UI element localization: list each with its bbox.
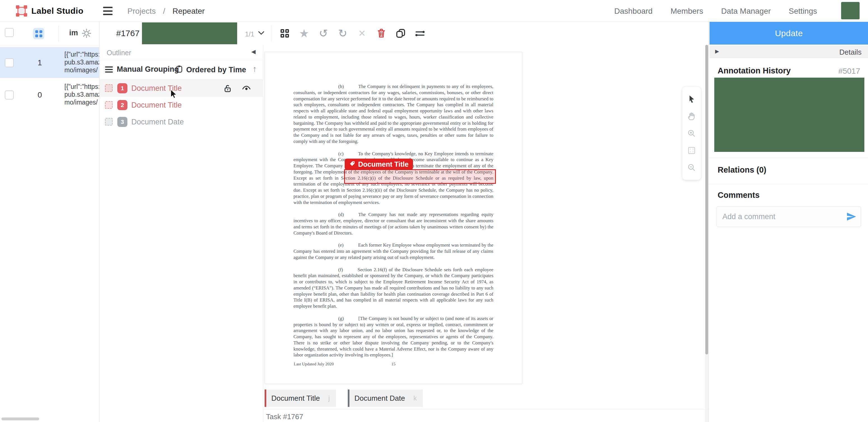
divider xyxy=(263,409,708,410)
region-row-document-title-1[interactable]: 1 Document Title xyxy=(99,80,263,97)
undo-icon[interactable]: ↺ xyxy=(318,28,329,39)
send-comment-icon[interactable] xyxy=(846,212,857,223)
divider xyxy=(709,158,868,158)
toolbar-divider xyxy=(271,25,271,41)
reset-icon[interactable]: ✕ xyxy=(356,28,368,39)
task-data-cell: [{"url":"https:/ pub.s3.amaz mo/images/ xyxy=(64,51,99,74)
label-chip-document-title[interactable]: Document Titlej xyxy=(265,390,336,407)
region-label[interactable]: Document Date xyxy=(131,118,184,126)
user-avatar[interactable] xyxy=(841,2,860,19)
comments-title: Comments xyxy=(718,191,760,200)
region-row-document-date[interactable]: 3 Document Date xyxy=(99,113,263,130)
mouse-cursor xyxy=(170,89,178,100)
grouping-selector[interactable]: Manual Grouping xyxy=(105,65,179,74)
annotation-pager: 1/1 xyxy=(245,30,254,38)
canvas-scrollbar[interactable] xyxy=(705,45,708,422)
label-studio-logo-icon xyxy=(16,5,27,17)
unlock-icon[interactable] xyxy=(223,84,233,93)
redacted-history-block xyxy=(714,78,864,152)
region-index-badge: 2 xyxy=(117,100,127,110)
annotation-history-title: Annotation History xyxy=(718,66,791,75)
document-image[interactable]: (b)The Company is not delinquent in paym… xyxy=(265,52,522,384)
annotation-id: #5017 xyxy=(838,67,860,76)
task-checkbox[interactable] xyxy=(5,58,14,67)
hamburger-menu-icon[interactable] xyxy=(103,7,113,15)
annotation-canvas[interactable]: (b)The Company is not delinquent in paym… xyxy=(263,45,708,422)
region-index-badge: 1 xyxy=(117,83,127,93)
task-row[interactable]: 0 [{"url":"https:/ pub.s3.amaz mo/images… xyxy=(0,79,99,110)
list-icon xyxy=(105,66,113,73)
task-footer-label: Task #1767 xyxy=(266,413,303,421)
ordering-selector[interactable]: Ordered by Time xyxy=(176,65,246,75)
chevron-down-icon[interactable] xyxy=(257,30,265,36)
canvas-tool-palette xyxy=(682,87,701,180)
document-page-number: 15 xyxy=(265,362,522,367)
zoom-out-tool-icon[interactable] xyxy=(686,162,697,173)
outliner-controls: Manual Grouping Ordered by Time ↑ xyxy=(99,60,263,80)
task-annotation-count: 1 xyxy=(34,58,46,67)
compare-swap-arrows-icon[interactable] xyxy=(414,28,426,39)
task-list-panel: im 1 [{"url":"https:/ pub.s3.amaz mo/ima… xyxy=(0,22,99,422)
expand-panel-icon[interactable]: ▶ xyxy=(715,48,719,54)
task-annotation-count: 0 xyxy=(34,90,46,100)
relations-title: Relations (0) xyxy=(718,165,766,175)
duplicate-annotation-icon[interactable] xyxy=(395,28,406,39)
hotkey-hint: k xyxy=(413,394,416,402)
fit-to-screen-tool-icon[interactable] xyxy=(686,145,697,156)
annotation-bounding-box[interactable] xyxy=(344,169,496,184)
delete-trash-icon[interactable] xyxy=(376,28,387,39)
sort-direction-up-icon[interactable]: ↑ xyxy=(253,64,257,74)
app-title: Label Studio xyxy=(31,6,84,16)
breadcrumb-projects[interactable]: Projects xyxy=(127,7,156,16)
column-divider xyxy=(58,26,59,41)
column-settings-gear-icon[interactable] xyxy=(81,28,92,40)
grid-view-icon[interactable] xyxy=(33,28,44,39)
annotation-label-chip[interactable]: Document Title xyxy=(345,159,413,170)
nav-data-manager[interactable]: Data Manager xyxy=(721,7,771,16)
region-label[interactable]: Document Title xyxy=(131,101,182,110)
region-thumbnail-icon xyxy=(105,84,113,92)
region-thumbnail-icon xyxy=(105,101,113,109)
nav-members[interactable]: Members xyxy=(671,7,703,16)
redo-icon[interactable]: ↻ xyxy=(337,28,348,39)
details-header: ▶ Details xyxy=(710,46,868,58)
view-all-grid-icon[interactable] xyxy=(279,28,290,39)
task-data-cell: [{"url":"https:/ pub.s3.amaz mo/images/ xyxy=(64,83,99,106)
breadcrumb-current: Repeater xyxy=(173,7,205,16)
task-id-label: #1767 xyxy=(116,29,140,38)
outliner-title: Outliner xyxy=(107,49,131,57)
outliner-panel: Outliner ◀ Manual Grouping Ordered by Ti… xyxy=(99,45,263,422)
region-index-badge: 3 xyxy=(117,117,127,127)
update-button[interactable]: Update xyxy=(710,22,868,45)
comment-box xyxy=(716,206,861,227)
divider xyxy=(709,184,868,184)
region-row-document-title-2[interactable]: 2 Document Title xyxy=(99,97,263,113)
task-checkbox[interactable] xyxy=(5,90,14,100)
pointer-tool-icon[interactable] xyxy=(686,93,697,105)
region-thumbnail-icon xyxy=(105,118,113,125)
visibility-eye-icon[interactable] xyxy=(242,84,251,93)
redacted-annotator-info xyxy=(142,22,237,44)
clipboard-icon xyxy=(176,65,183,75)
zoom-in-tool-icon[interactable] xyxy=(686,128,697,139)
tag-icon xyxy=(349,160,355,169)
select-all-checkbox[interactable] xyxy=(5,28,14,37)
task-row[interactable]: 1 [{"url":"https:/ pub.s3.amaz mo/images… xyxy=(0,47,99,78)
comment-input[interactable] xyxy=(722,206,840,227)
nav-dashboard[interactable]: Dashboard xyxy=(614,7,653,16)
pan-hand-tool-icon[interactable] xyxy=(686,111,697,122)
annotation-toolbar: #1767 1/1 ★ ↺ ↻ ✕ xyxy=(99,22,708,45)
breadcrumb: Projects / Repeater xyxy=(127,7,205,16)
top-nav-links: Dashboard Members Data Manager Settings xyxy=(614,7,817,16)
label-chips-row: Document Titlej Document Datek xyxy=(265,390,423,407)
nav-settings[interactable]: Settings xyxy=(789,7,817,16)
label-chip-document-date[interactable]: Document Datek xyxy=(348,390,423,407)
top-nav: Label Studio Projects / Repeater Dashboa… xyxy=(0,0,868,22)
collapse-panel-icon[interactable]: ◀ xyxy=(251,48,256,55)
image-column-label: im xyxy=(69,29,78,37)
details-label: Details xyxy=(839,48,862,57)
breadcrumb-separator: / xyxy=(163,7,165,16)
task-list-header: im xyxy=(0,22,99,46)
horizontal-scrollbar[interactable] xyxy=(1,418,39,420)
ground-truth-star-icon[interactable]: ★ xyxy=(299,28,310,39)
